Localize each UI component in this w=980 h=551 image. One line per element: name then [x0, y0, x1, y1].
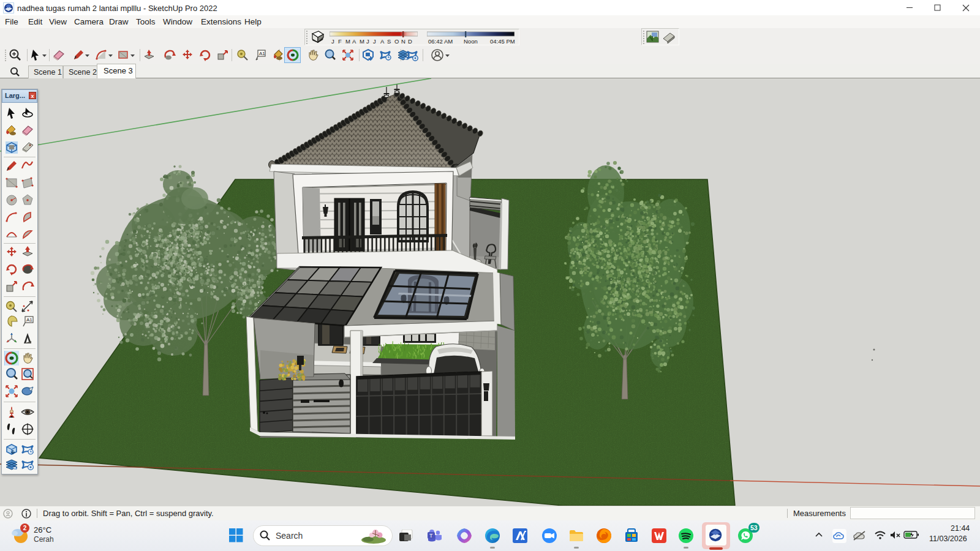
- svg-text:A1: A1: [259, 51, 265, 56]
- svg-text:A1: A1: [26, 317, 32, 323]
- svg-text:T: T: [429, 533, 433, 539]
